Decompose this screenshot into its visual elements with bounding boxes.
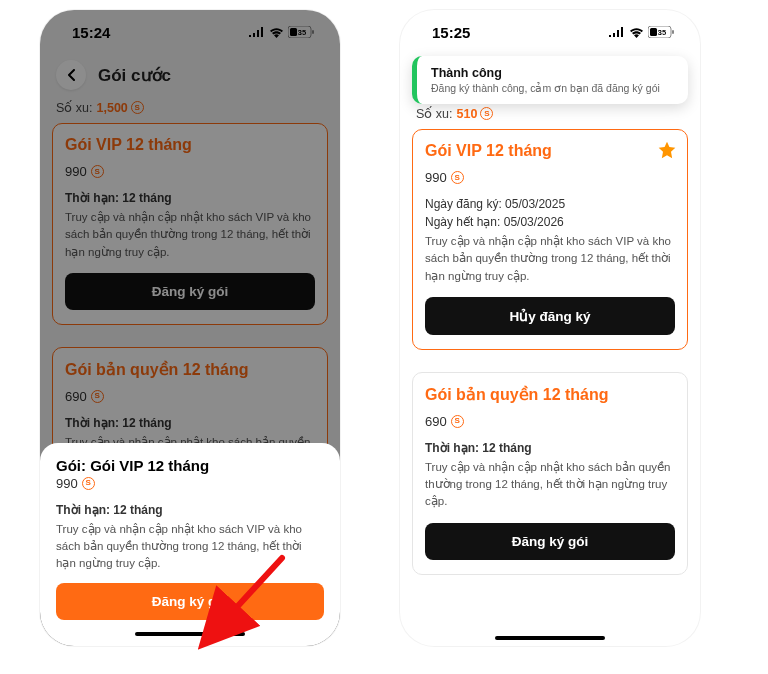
toast-message: Đăng ký thành công, cảm ơn bạn đã đăng k…: [431, 82, 676, 94]
plan-reg-date: Ngày đăng ký: 05/03/2025: [425, 195, 675, 213]
plan-exp-date: Ngày hết hạn: 05/03/2026: [425, 213, 675, 231]
plan-price: 690 S: [425, 414, 675, 429]
wifi-icon: [629, 27, 644, 38]
cancel-subscription-button[interactable]: Hủy đăng ký: [425, 297, 675, 335]
plan-title: Gói bản quyền 12 tháng: [425, 385, 675, 404]
sheet-title: Gói: Gói VIP 12 tháng: [56, 457, 324, 474]
status-bar: 15:25 35: [400, 10, 700, 54]
success-toast: Thành công Đăng ký thành công, cảm ơn bạ…: [412, 56, 688, 104]
sheet-price: 990 S: [56, 476, 324, 491]
plan-price: 990 S: [425, 170, 675, 185]
svg-rect-6: [672, 30, 674, 34]
plan-card-active: Gói VIP 12 tháng 990 S Ngày đăng ký: 05/…: [412, 129, 688, 350]
home-indicator: [495, 636, 605, 641]
plan-term: Thời hạn: 12 tháng: [425, 439, 675, 457]
balance-row: Số xu: 510 S: [400, 106, 700, 129]
status-icons: 35: [609, 26, 674, 38]
phone-screen-2: 15:25 35 Thành công Đăng ký thành công, …: [400, 10, 700, 646]
plan-title: Gói VIP 12 tháng: [425, 142, 675, 160]
sheet-term: Thời hạn: 12 tháng: [56, 501, 324, 519]
confirm-subscribe-button[interactable]: Đăng ký gói: [56, 583, 324, 620]
coin-icon: S: [82, 477, 95, 490]
status-time: 15:25: [432, 24, 470, 41]
plan-card: Gói bản quyền 12 tháng 690 S Thời hạn: 1…: [412, 372, 688, 575]
subscribe-button[interactable]: Đăng ký gói: [425, 523, 675, 560]
svg-text:35: 35: [658, 28, 666, 37]
bottom-sheet: Gói: Gói VIP 12 tháng 990 S Thời hạn: 12…: [40, 443, 340, 646]
balance-value: 510 S: [457, 107, 494, 121]
battery-icon: 35: [648, 26, 674, 38]
coin-icon: S: [451, 171, 464, 184]
toast-title: Thành công: [431, 66, 676, 80]
plan-desc: Truy cập và nhận cập nhật kho sách VIP v…: [425, 233, 675, 285]
coin-icon: S: [480, 107, 493, 120]
balance-label: Số xu:: [416, 106, 453, 121]
coin-icon: S: [451, 415, 464, 428]
home-indicator: [135, 632, 245, 637]
signal-icon: [609, 27, 625, 37]
phone-screen-1: 15:24 35 Gói cước Số xu: 1,500 S Gói VIP: [40, 10, 340, 646]
star-icon: [657, 140, 677, 160]
svg-rect-5: [650, 28, 657, 36]
plan-desc: Truy cập và nhận cập nhật kho sách bản q…: [425, 459, 675, 511]
sheet-desc: Truy cập và nhận cập nhật kho sách VIP v…: [56, 521, 324, 573]
